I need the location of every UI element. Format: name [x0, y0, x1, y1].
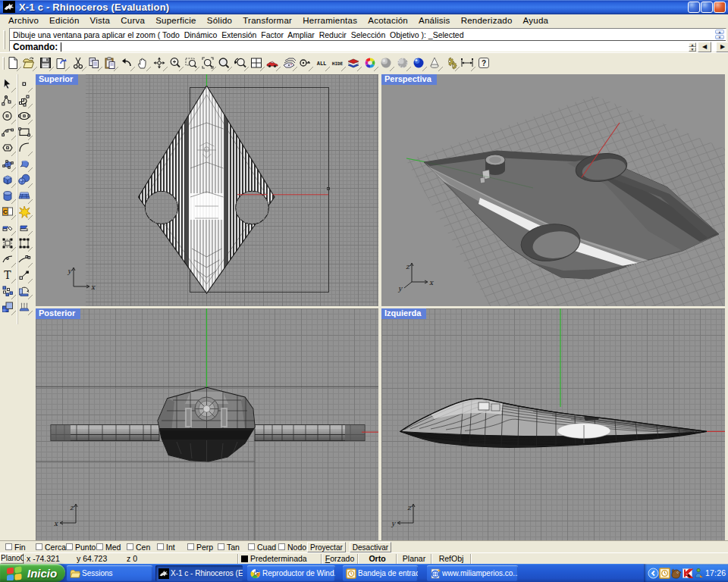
viewport-label-izquierda[interactable]: Izquierda	[381, 308, 426, 319]
checkbox-icon[interactable]	[66, 543, 73, 550]
curve-tool[interactable]	[17, 93, 33, 109]
scroll-down-icon[interactable]: ▼	[715, 35, 724, 39]
undo-view-button[interactable]	[233, 55, 249, 71]
viewport-superior[interactable]: yx Superior	[36, 74, 378, 306]
command-panel-grip[interactable]	[3, 30, 5, 49]
statusbar-pane-refobj[interactable]: RefObj	[432, 554, 470, 563]
help-button[interactable]: ?	[476, 55, 492, 71]
join-tool[interactable]	[0, 236, 17, 252]
checkbox-icon[interactable]	[278, 543, 285, 550]
viewport-label-posterior[interactable]: Posterior	[36, 308, 80, 319]
task-button-5[interactable]: www.miliamperios.co...	[427, 565, 518, 581]
export-button[interactable]	[54, 55, 70, 71]
four-viewports-button[interactable]	[249, 55, 265, 71]
osnap-cen[interactable]: Cen	[127, 543, 152, 552]
spotlight-button[interactable]	[427, 55, 443, 71]
extend-tool[interactable]	[17, 252, 33, 268]
task-button-4[interactable]: Bandeja de entrada -...	[343, 565, 418, 581]
cplane-pane[interactable]: PlanoC	[0, 553, 24, 564]
command-next-button[interactable]: ▶	[716, 42, 728, 52]
menu-renderizado[interactable]: Renderizado	[456, 14, 518, 27]
toolbar-grip[interactable]	[2, 57, 5, 70]
open-folder-button[interactable]	[21, 55, 37, 71]
point-tool[interactable]	[17, 77, 33, 93]
osnap-fin[interactable]: Fin	[5, 543, 30, 552]
layer-pane[interactable]: Predeterminada	[241, 554, 307, 563]
collapse-chevron-icon[interactable]	[648, 568, 659, 579]
copy-button[interactable]	[86, 55, 102, 71]
array-tool[interactable]	[0, 284, 17, 300]
checkbox-icon[interactable]	[187, 543, 194, 550]
statusbar-pane-planar[interactable]: Planar	[397, 554, 431, 563]
osnap-tan[interactable]: Tan	[218, 543, 243, 552]
checkbox-icon[interactable]	[96, 543, 103, 550]
cylinder-tool[interactable]	[0, 189, 17, 205]
color-wheel-button[interactable]	[362, 55, 378, 71]
rotate-2d-tool[interactable]	[17, 284, 33, 300]
explode-tool[interactable]	[17, 205, 33, 221]
object-snap-button[interactable]	[297, 55, 313, 71]
osnap-cuad[interactable]: Cuad	[248, 543, 273, 552]
checkbox-icon[interactable]	[248, 543, 255, 550]
task-button-2[interactable]: X-1 c - Rhinoceros (E...	[155, 565, 243, 581]
menu-curva[interactable]: Curva	[115, 14, 150, 27]
raytrace-sphere-button[interactable]	[411, 55, 427, 71]
sphere-tool[interactable]	[17, 173, 33, 189]
mesh-tool[interactable]	[17, 189, 33, 205]
split-tool[interactable]	[17, 221, 33, 236]
checkbox-icon[interactable]	[36, 543, 42, 550]
polygon-tool[interactable]	[0, 141, 17, 157]
zoom-extents-button[interactable]	[216, 55, 232, 71]
options-gears-button[interactable]	[444, 55, 460, 71]
command-prompt[interactable]: Comando:	[13, 42, 61, 52]
proyectar-button[interactable]: Proyectar	[307, 542, 346, 552]
menu-analisis[interactable]: Análisis	[413, 14, 456, 27]
viewport-label-perspectiva[interactable]: Perspectiva	[381, 74, 437, 85]
osnap-cerca[interactable]: Cerca	[36, 543, 61, 552]
command-history-scrollbar[interactable]: ▲ ▼	[715, 30, 724, 39]
menu-solido[interactable]: Sólido	[202, 14, 237, 27]
menu-ayuda[interactable]: Ayuda	[518, 14, 554, 27]
save-button[interactable]	[38, 55, 54, 71]
close-button[interactable]	[714, 2, 726, 13]
move-point-tool[interactable]	[17, 268, 33, 284]
osnap-perp[interactable]: Perp	[187, 543, 212, 552]
viewport-perspectiva[interactable]: zxy Perspectiva	[381, 74, 725, 306]
menu-acotacion[interactable]: Acotación	[362, 14, 413, 27]
layer-state-button[interactable]	[346, 55, 362, 71]
paste-button[interactable]	[102, 55, 118, 71]
hide-label-button[interactable]: HIDE	[330, 55, 346, 71]
command-spinner[interactable]: ▲ ▼	[689, 42, 696, 52]
statusbar-pane-forzado[interactable]: Forzado	[322, 554, 357, 563]
shaded-sphere-button[interactable]	[378, 55, 394, 71]
all-label-button[interactable]: ALL	[314, 55, 330, 71]
text-tool[interactable]: T	[0, 268, 17, 284]
arc-tool[interactable]	[0, 125, 17, 141]
zoom-selected-button[interactable]	[200, 55, 216, 71]
minimize-button[interactable]	[688, 2, 700, 13]
scroll-up-icon[interactable]: ▲	[715, 30, 724, 34]
new-file-button[interactable]	[5, 55, 21, 71]
start-button[interactable]: Inicio	[0, 564, 65, 582]
rendered-sphere-button[interactable]	[395, 55, 411, 71]
circle-tool[interactable]	[0, 109, 17, 125]
menu-herramientas[interactable]: Herramientas	[297, 14, 362, 27]
pan-hand-button[interactable]	[135, 55, 151, 71]
hatch-tool[interactable]	[17, 300, 33, 316]
checkbox-icon[interactable]	[218, 543, 224, 550]
statusbar-pane-orto[interactable]: Orto	[359, 554, 396, 563]
command-prev-button[interactable]: ◀	[698, 42, 711, 52]
osnap-med[interactable]: Med	[96, 543, 121, 552]
box-tool[interactable]	[0, 173, 17, 189]
menu-vista[interactable]: Vista	[85, 14, 116, 27]
layer-tool[interactable]	[0, 300, 17, 316]
osnap-nodo[interactable]: Nodo	[278, 543, 303, 552]
named-view-button[interactable]	[265, 55, 281, 71]
kaspersky-icon[interactable]	[682, 568, 693, 579]
cut-button[interactable]	[71, 55, 86, 71]
layers-button[interactable]	[281, 55, 297, 71]
desactivar-button[interactable]: Desactivar	[350, 542, 391, 552]
undo-button[interactable]	[119, 55, 135, 71]
menu-archivo[interactable]: Archivo	[3, 14, 44, 27]
group-tool[interactable]	[17, 236, 33, 252]
